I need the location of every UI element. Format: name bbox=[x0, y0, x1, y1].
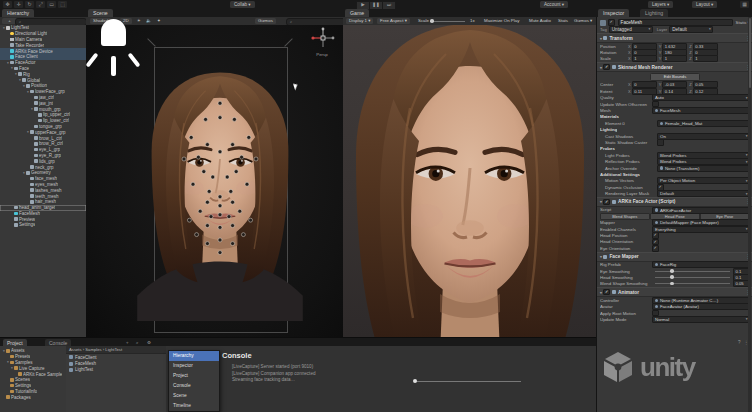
tracking-dot[interactable] bbox=[205, 224, 209, 228]
project-settings-icon[interactable]: ⚙ bbox=[147, 340, 151, 345]
hand-tool-icon[interactable]: ✥ bbox=[3, 1, 12, 8]
inspector-scrollbar-thumb[interactable] bbox=[749, 18, 751, 88]
tag-dropdown[interactable]: Untagged bbox=[609, 26, 653, 33]
tracking-dot[interactable] bbox=[247, 135, 251, 139]
vector-field[interactable]: 1 bbox=[632, 55, 657, 62]
row-slider[interactable] bbox=[655, 283, 730, 284]
object-field[interactable]: ARKitFaceActor bbox=[652, 207, 750, 214]
row-checkbox[interactable]: ✓ bbox=[652, 232, 659, 239]
file-item[interactable]: LightTest bbox=[66, 367, 166, 373]
tracking-dot[interactable] bbox=[229, 189, 233, 193]
tracking-dot[interactable] bbox=[205, 242, 209, 246]
gameobject-active-checkbox[interactable]: ✓ bbox=[608, 19, 615, 26]
stats-toggle[interactable]: Stats bbox=[555, 18, 571, 24]
tab-inspector[interactable]: Inspector bbox=[598, 9, 629, 17]
tracking-dot[interactable] bbox=[225, 175, 229, 179]
tracking-dot[interactable] bbox=[218, 195, 222, 199]
tracking-dot[interactable] bbox=[202, 170, 206, 174]
project-create-icon[interactable]: ＋ bbox=[125, 340, 130, 345]
timeline-slider[interactable] bbox=[415, 381, 521, 382]
row-dropdown[interactable]: Everything bbox=[652, 226, 750, 233]
object-field[interactable]: FaceMesh bbox=[652, 107, 750, 114]
row-slider-thumb[interactable] bbox=[670, 282, 674, 286]
layer-dropdown[interactable]: Default bbox=[669, 26, 713, 33]
tracking-dot[interactable] bbox=[205, 143, 209, 147]
row-slider[interactable] bbox=[655, 277, 730, 278]
foldout-arrow-icon[interactable]: ▾ bbox=[600, 199, 602, 204]
tracking-dot[interactable] bbox=[218, 225, 222, 229]
row-dropdown[interactable]: Per Object Motion bbox=[657, 177, 750, 184]
component-header[interactable]: ▾Transform⋮ bbox=[597, 33, 752, 43]
mute-audio-toggle[interactable]: Mute Audio bbox=[526, 18, 554, 24]
object-picker-icon[interactable] bbox=[655, 109, 658, 112]
tracking-dot[interactable] bbox=[249, 218, 253, 222]
row-slider-thumb[interactable] bbox=[670, 269, 674, 273]
row-dropdown[interactable]: Normal bbox=[652, 316, 750, 323]
timeline-slider-knob[interactable] bbox=[413, 379, 417, 383]
tracking-dot[interactable] bbox=[205, 200, 209, 204]
tracking-dot[interactable] bbox=[189, 135, 193, 139]
tracking-dot[interactable] bbox=[241, 233, 245, 237]
tracking-dot[interactable] bbox=[218, 150, 222, 154]
tracking-dot[interactable] bbox=[218, 116, 222, 120]
rotate-tool-icon[interactable]: ↻ bbox=[25, 1, 34, 8]
object-picker-icon[interactable] bbox=[655, 263, 658, 266]
tracking-dot[interactable] bbox=[231, 242, 235, 246]
tracking-dot[interactable] bbox=[195, 233, 199, 237]
object-picker-icon[interactable] bbox=[660, 166, 663, 169]
tree-item[interactable]: Packages bbox=[0, 394, 66, 400]
menu-item[interactable]: Hierarchy bbox=[169, 351, 219, 361]
tracking-dot[interactable] bbox=[227, 215, 231, 219]
tracking-dot[interactable] bbox=[218, 213, 222, 217]
scale-slider-knob[interactable] bbox=[430, 19, 434, 23]
row-slider[interactable] bbox=[655, 271, 730, 272]
menu-item[interactable]: Inspector bbox=[169, 361, 219, 371]
component-header[interactable]: ▾✓Skinned Mesh Renderer⋮ bbox=[597, 62, 752, 72]
tracking-dot[interactable] bbox=[182, 157, 186, 161]
tracking-dot[interactable] bbox=[198, 209, 202, 213]
object-field[interactable]: Female_Head_Mat bbox=[657, 120, 750, 127]
foldout-arrow-icon[interactable]: ▾ bbox=[600, 254, 602, 259]
foldout-arrow-icon[interactable]: ▾ bbox=[600, 36, 602, 41]
tracking-dot[interactable] bbox=[218, 238, 222, 242]
collab-button[interactable]: Collab ▾ bbox=[230, 1, 255, 8]
tracking-dot[interactable] bbox=[211, 175, 215, 179]
menu-item[interactable]: Project bbox=[169, 371, 219, 381]
row-checkbox[interactable]: ✓ bbox=[652, 245, 659, 252]
tracking-dot[interactable] bbox=[231, 200, 235, 204]
tracking-dot[interactable] bbox=[218, 204, 222, 208]
object-picker-icon[interactable] bbox=[655, 305, 658, 308]
maximize-on-play-toggle[interactable]: Maximize On Play bbox=[481, 18, 522, 24]
object-picker-icon[interactable] bbox=[660, 122, 663, 125]
row-slider-thumb[interactable] bbox=[670, 275, 674, 279]
persp-label[interactable]: Persp bbox=[302, 52, 342, 57]
component-header[interactable]: ▾Face Mapper⋮ bbox=[597, 252, 752, 262]
tracking-dot[interactable] bbox=[196, 155, 200, 159]
edit-bounds-button[interactable]: Edit Bounds bbox=[650, 73, 700, 81]
vector-field[interactable]: 1 bbox=[662, 55, 687, 62]
object-field[interactable]: FaceAvatar (Avatar) bbox=[652, 303, 750, 310]
project-search-icon[interactable]: ⌕ bbox=[136, 340, 139, 345]
scene-orientation-gizmo[interactable] bbox=[308, 26, 338, 52]
tracking-dot[interactable] bbox=[232, 117, 236, 121]
object-field[interactable]: FaceRig bbox=[652, 261, 750, 268]
grid-icon[interactable]: ▦ bbox=[740, 1, 749, 8]
foldout-arrow-icon[interactable]: ▾ bbox=[600, 290, 602, 295]
menu-item[interactable]: Timeline bbox=[169, 401, 219, 411]
tracking-dot[interactable] bbox=[240, 155, 244, 159]
foldout-arrow-icon[interactable]: ▾ bbox=[600, 65, 602, 70]
context-menu-icon[interactable]: ⋮ bbox=[744, 340, 749, 345]
component-enabled-checkbox[interactable]: ✓ bbox=[603, 64, 610, 71]
display-dropdown[interactable]: Display 1 ▾ bbox=[346, 18, 373, 24]
layers-dropdown[interactable]: Layers ▾ bbox=[648, 1, 673, 8]
tab-lighting[interactable]: Lighting bbox=[640, 9, 668, 17]
vector-field[interactable]: 1 bbox=[693, 55, 718, 62]
tracking-dot[interactable] bbox=[218, 251, 222, 255]
tracking-dot[interactable] bbox=[187, 218, 191, 222]
game-view[interactable] bbox=[343, 25, 597, 337]
tracking-dot[interactable] bbox=[231, 143, 235, 147]
move-tool-icon[interactable]: ✛ bbox=[14, 1, 23, 8]
row-dropdown[interactable]: Default bbox=[657, 190, 750, 197]
scene-audio-toggle-icon[interactable]: 🔈 bbox=[143, 18, 155, 24]
tracking-dot[interactable] bbox=[254, 157, 258, 161]
